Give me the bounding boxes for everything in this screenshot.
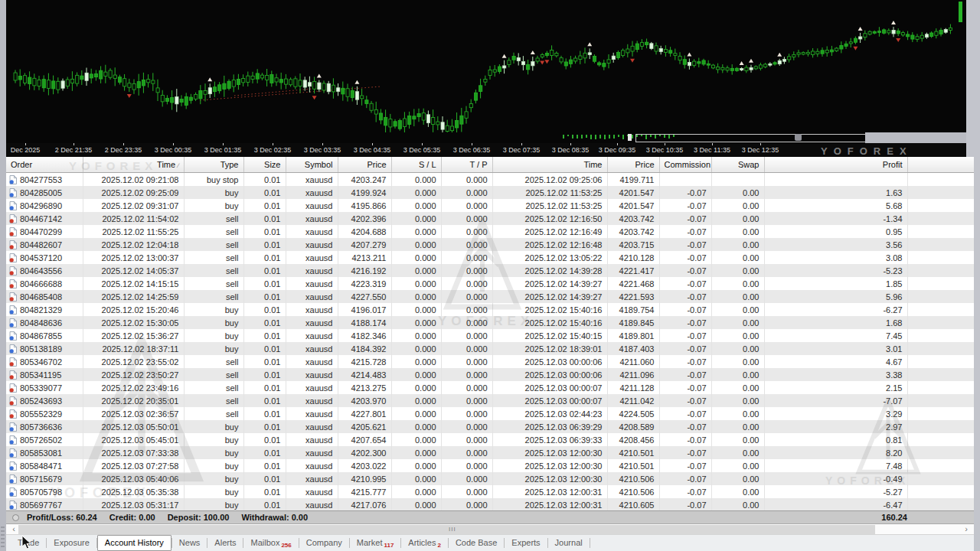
swap-cell: 0.00	[711, 407, 764, 420]
table-row[interactable]: 8051381892025.12.02 18:37:11buy0.01xauus…	[6, 342, 974, 355]
table-row[interactable]: 8044826072025.12.02 12:04:18sell0.01xauu…	[6, 238, 974, 251]
profit-cell: 3.29	[764, 407, 907, 420]
time_close-cell: 2025.12.03 12:00:30	[492, 459, 607, 472]
col-header-symbol[interactable]: Symbol	[286, 157, 338, 173]
summary-total-profit: 160.24	[881, 511, 907, 524]
col-header-commission[interactable]: Commission	[659, 157, 711, 173]
price_close-cell: 4210.506	[607, 485, 659, 498]
tab-exposure[interactable]: Exposure	[47, 535, 96, 551]
time-axis[interactable]: Dec 20252 Dec 21:352 Dec 23:353 Dec 00:3…	[6, 143, 966, 157]
swap-cell: 0.00	[711, 199, 764, 212]
tab-experts[interactable]: Experts	[505, 535, 547, 551]
size-cell: 0.01	[243, 238, 286, 251]
price-chart[interactable]	[6, 0, 966, 143]
price_close-cell: 4208.589	[607, 420, 659, 433]
chart-scrollbar-corner	[865, 132, 966, 143]
chart-scrollbar-knob[interactable]	[795, 134, 802, 141]
swap-cell: 0.00	[711, 316, 764, 329]
table-row[interactable]: 8052436932025.12.02 20:35:01sell0.01xauu…	[6, 394, 974, 407]
table-row[interactable]: 8058530812025.12.03 07:33:38buy0.01xauus…	[6, 446, 974, 459]
table-row[interactable]: 8057057982025.12.03 05:35:38buy0.01xauus…	[6, 485, 974, 498]
window-corner-grip	[1, 527, 5, 549]
tab-alerts[interactable]: Alerts	[207, 535, 243, 551]
table-row[interactable]: 8057366362025.12.03 05:50:01buy0.01xauus…	[6, 420, 974, 433]
tab-code-base[interactable]: Code Base	[449, 535, 504, 551]
col-header-time_open[interactable]: Time∕	[83, 157, 184, 173]
table-row[interactable]: 8056977672025.12.03 05:31:17buy0.01xauus…	[6, 498, 974, 510]
table-row[interactable]: 8053411952025.12.02 23:50:27sell0.01xauu…	[6, 368, 974, 381]
profit-cell: 1.85	[764, 277, 907, 290]
table-row[interactable]: 8046854082025.12.02 14:25:59sell0.01xauu…	[6, 290, 974, 303]
commission-cell: -0.07	[659, 264, 711, 277]
col-header-profit[interactable]: Profit	[764, 157, 907, 173]
commission-cell: -0.07	[659, 212, 711, 225]
filler-cell	[907, 264, 974, 277]
table-row[interactable]: 8048678552025.12.02 15:36:27buy0.01xauus…	[6, 329, 974, 342]
swap-cell: 0.00	[711, 290, 764, 303]
tab-journal[interactable]: Journal	[548, 535, 590, 551]
chart-scrollbar-thumb[interactable]	[635, 134, 867, 142]
table-row[interactable]: 8055523292025.12.03 02:36:57sell0.01xauu…	[6, 407, 974, 420]
profit-cell: 0.81	[764, 433, 907, 446]
price_close-cell: 4201.547	[607, 186, 659, 199]
horizontal-scrollbar[interactable]: ‹ III ›	[6, 523, 974, 534]
filler-cell	[907, 186, 974, 199]
scroll-right-arrow-icon[interactable]: ›	[960, 524, 972, 534]
order-cell: 804470299	[6, 225, 83, 238]
table-row[interactable]: 8044671422025.12.02 11:54:02sell0.01xauu…	[6, 212, 974, 225]
filler-cell	[907, 407, 974, 420]
table-row[interactable]: 8042850052025.12.02 09:25:09buy0.01xauus…	[6, 186, 974, 199]
time_open-cell: 2025.12.02 15:30:05	[83, 316, 184, 329]
table-row[interactable]: 8045371202025.12.02 13:00:37sell0.01xauu…	[6, 251, 974, 264]
col-header-type[interactable]: Type	[184, 157, 243, 173]
tab-articles[interactable]: Articles2	[401, 535, 448, 551]
axis-tick	[521, 143, 522, 145]
axis-label: 3 Dec 03:35	[304, 146, 341, 154]
tab-mailbox[interactable]: Mailbox256	[243, 535, 298, 551]
size-cell: 0.01	[243, 420, 286, 433]
table-row[interactable]: 8042968902025.12.02 09:31:07buy0.01xauus…	[6, 199, 974, 212]
table-row[interactable]: 8046435562025.12.02 14:05:37sell0.01xauu…	[6, 264, 974, 277]
col-header-tp[interactable]: T / P	[441, 157, 492, 173]
filler-cell	[907, 251, 974, 264]
table-row[interactable]: 8058484712025.12.03 07:27:58buy0.01xauus…	[6, 459, 974, 472]
price_close-cell: 4201.547	[607, 199, 659, 212]
time_close-cell: 2025.12.02 12:16:49	[492, 225, 607, 238]
tab-trade[interactable]: Trade	[11, 535, 46, 551]
sl-cell: 0.000	[391, 368, 441, 381]
table-row[interactable]: 8053467022025.12.02 23:55:02sell0.01xauu…	[6, 355, 974, 368]
axis-tick	[760, 143, 761, 145]
col-header-price_close[interactable]: Price	[607, 157, 659, 173]
profit-cell: 3.08	[764, 251, 907, 264]
scrollbar-thumb[interactable]: III	[18, 525, 875, 534]
col-header-price_open[interactable]: Price	[338, 157, 391, 173]
time_open-cell: 2025.12.02 20:35:01	[83, 394, 184, 407]
table-row[interactable]: 8053390772025.12.02 23:49:16sell0.01xauu…	[6, 381, 974, 394]
order-cell: 804666688	[6, 277, 83, 290]
col-header-order[interactable]: Order	[6, 157, 83, 173]
table-row[interactable]: 8048486362025.12.02 15:30:05buy0.01xauus…	[6, 316, 974, 329]
col-header-time_close[interactable]: Time	[492, 157, 607, 173]
tab-company[interactable]: Company	[299, 535, 349, 551]
col-header-size[interactable]: Size	[243, 157, 286, 173]
table-row[interactable]: 8046666882025.12.02 14:15:15sell0.01xauu…	[6, 277, 974, 290]
swap-cell: 0.00	[711, 446, 764, 459]
symbol-cell: xauusd	[286, 459, 338, 472]
tab-account-history[interactable]: Account History	[97, 535, 172, 551]
col-header-sl[interactable]: S / L	[391, 157, 441, 173]
table-row[interactable]: 8042775532025.12.02 09:21:08buy stop0.01…	[6, 173, 974, 187]
sl-cell: 0.000	[391, 407, 441, 420]
table-row[interactable]: 8044702992025.12.02 11:55:25sell0.01xauu…	[6, 225, 974, 238]
col-header-swap[interactable]: Swap	[711, 157, 764, 173]
table-row[interactable]: 8057156792025.12.03 05:40:06buy0.01xauus…	[6, 472, 974, 485]
tab-market[interactable]: Market117	[350, 535, 401, 551]
size-cell: 0.01	[243, 381, 286, 394]
table-row[interactable]: 8057265022025.12.03 05:45:01buy0.01xauus…	[6, 433, 974, 446]
table-row[interactable]: 8048213292025.12.02 15:20:46buy0.01xauus…	[6, 303, 974, 316]
commission-cell: -0.07	[659, 290, 711, 303]
tab-news[interactable]: News	[172, 535, 207, 551]
buy-order-icon	[9, 188, 17, 197]
size-cell: 0.01	[243, 472, 286, 485]
time_open-cell: 2025.12.02 13:00:37	[83, 251, 184, 264]
commission-cell	[659, 173, 711, 187]
